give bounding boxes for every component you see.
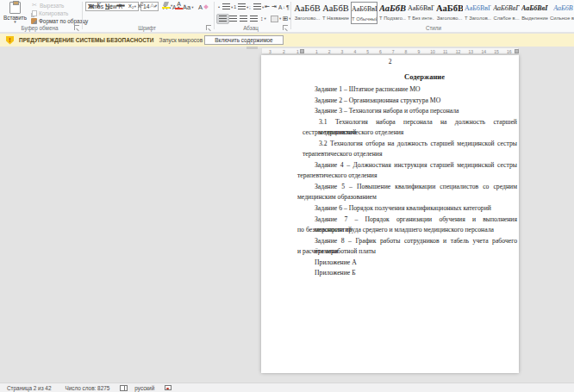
horizontal-ruler: 321 12345678910111213141516	[261, 47, 519, 54]
paragraph-dialog-launcher[interactable]	[283, 25, 288, 30]
outdent-icon: ⇤	[265, 3, 270, 10]
status-bar: Страница 2 из 42 Число слов: 8275 русски…	[0, 383, 574, 392]
multilevel-icon: ⁝	[249, 4, 253, 10]
chevron-down-icon: ▾	[171, 3, 172, 8]
macro-recording-icon[interactable]	[165, 385, 172, 390]
document-line: Задание 8 – График работы сотрудников и …	[297, 236, 517, 247]
chevron-down-icon: ▼	[2, 21, 28, 23]
document-line: сестры терапевтического отделения	[297, 128, 517, 139]
strikethrough-button[interactable]: abc	[115, 0, 127, 10]
proofing-icon[interactable]	[120, 385, 128, 391]
indent-marker-left[interactable]	[300, 49, 304, 53]
paint-bucket-icon	[271, 16, 278, 22]
subscript-button[interactable]: x₂	[127, 0, 136, 10]
paragraph-group-label: Абзац	[215, 25, 286, 31]
format-painter-button[interactable]: Формат по образцу	[31, 17, 88, 24]
numbering-icon: 1	[234, 4, 237, 9]
copy-button: Копировать	[31, 9, 68, 16]
line-spacing-icon: ↕	[260, 16, 264, 22]
font-group-label: Шрифт	[84, 25, 209, 31]
enable-content-button[interactable]: Включить содержимое	[204, 35, 284, 45]
paste-button[interactable]: Вставить ▼	[2, 1, 28, 26]
document-line: и расчёта заработной платы	[297, 246, 517, 258]
document-text: Задание 1 – Штатное расписание МО Задани…	[297, 84, 517, 279]
page-info[interactable]: Страница 2 из 42	[7, 385, 51, 391]
chevron-down-icon: ▾	[265, 16, 266, 21]
font-color-icon: А	[175, 1, 183, 9]
chevron-down-icon: ▾	[191, 5, 193, 9]
document-line: Приложение А	[297, 258, 517, 269]
align-right-icon	[240, 16, 247, 22]
document-heading: Содержание	[297, 72, 517, 81]
copy-icon	[32, 10, 37, 16]
document-line: 3.1 Технология набора персонала на должн…	[297, 117, 517, 128]
style-card[interactable]: АаБбВ Сильное в...	[550, 2, 574, 24]
style-card[interactable]: АаБбВ Т Название	[322, 2, 349, 24]
style-card[interactable]: АаБбВ Заголово...	[294, 2, 321, 24]
borders-icon: ⊞	[283, 15, 288, 22]
document-canvas: 321 12345678910111213141516 2 Содержание…	[0, 47, 574, 383]
language-indicator[interactable]: русский	[134, 385, 154, 391]
ribbon: Вставить ▼ ✂ Вырезать Копировать Формат …	[0, 0, 574, 33]
font-color-button[interactable]: А ▾	[173, 0, 187, 10]
document-line: терапевтического отделения	[297, 149, 517, 160]
indent-icon: ⇥	[271, 3, 277, 10]
pilcrow-icon: ¶	[286, 4, 290, 10]
security-warning-title: ПРЕДУПРЕЖДЕНИЕ СИСТЕМЫ БЕЗОПАСНОСТИ	[19, 37, 153, 43]
clipboard-icon	[9, 2, 21, 14]
document-page[interactable]: 2 Содержание Задание 1 – Штатное расписа…	[261, 55, 519, 373]
word-count[interactable]: Число слов: 8275	[65, 385, 109, 391]
italic-button[interactable]: К	[95, 0, 103, 10]
text-effects-button[interactable]: А▾	[148, 0, 159, 10]
font-dialog-launcher[interactable]	[206, 25, 211, 30]
chevron-down-icon: ▾	[155, 3, 157, 8]
bullet-icon: •	[218, 4, 221, 9]
document-line: 3.2 Технология отбора на должность старш…	[297, 139, 517, 150]
scrollbar-fragment[interactable]	[246, 47, 258, 49]
indent-marker-right[interactable]	[515, 49, 519, 53]
styles-group-label: Стили	[293, 25, 574, 31]
page-number: 2	[261, 58, 519, 65]
underline-button[interactable]: Ч▾	[103, 0, 114, 10]
chevron-down-icon: ▾	[184, 3, 185, 8]
document-line: Приложение Б	[297, 268, 517, 279]
document-line: терапевтического отделения	[297, 171, 517, 182]
document-line: по безопасности труда среднего и младшег…	[297, 225, 517, 236]
scissors-icon: ✂	[31, 2, 38, 9]
style-card[interactable]: АаБбВвГ Слабое в...	[493, 2, 520, 24]
security-shield-icon: !	[6, 36, 14, 45]
document-line: Задание 2 – Организационная структура МО	[297, 96, 517, 107]
align-left-icon	[219, 16, 227, 22]
line-spacing-button[interactable]: ↕▾	[259, 14, 268, 24]
brush-icon	[31, 18, 37, 24]
highlight-color-button[interactable]: ▾	[160, 0, 174, 10]
clipboard-group-label: Буфер обмена	[0, 25, 79, 31]
chevron-down-icon: ▾	[110, 3, 112, 8]
document-line: медицинским образованием	[297, 192, 517, 203]
clear-formatting-button[interactable]: А	[197, 2, 209, 12]
document-line: Задание 6 – Порядок получения квалификац…	[297, 203, 517, 215]
cut-button: ✂ Вырезать	[31, 2, 64, 9]
document-line: Задание 7 – Порядок организации обучения…	[297, 215, 517, 226]
style-card[interactable]: АаБбВвГ Т Обычный	[351, 2, 377, 24]
superscript-button[interactable]: x²	[136, 0, 145, 10]
document-line: Задание 4 – Должностная инструкция старш…	[297, 160, 517, 171]
document-line: Задание 3 – Технология набора и отбора п…	[297, 106, 517, 117]
align-center-icon	[229, 16, 237, 22]
style-card[interactable]: АаБбВ Заголово...	[436, 2, 463, 24]
style-card[interactable]: АаБбВвГ Выделение	[521, 2, 548, 24]
style-card[interactable]: АаБбВ Т Подзаго...	[379, 2, 406, 24]
style-card[interactable]: АаБбВвГ Т Заголов...	[465, 2, 491, 24]
security-warning-bar: ! ПРЕДУПРЕЖДЕНИЕ СИСТЕМЫ БЕЗОПАСНОСТИ За…	[0, 34, 574, 47]
document-line: Задание 1 – Штатное расписание МО	[297, 84, 517, 96]
document-line: Задание 5 – Повышение квалификации специ…	[297, 182, 517, 193]
eraser-icon	[203, 4, 209, 9]
clipboard-dialog-launcher[interactable]	[74, 25, 79, 30]
highlighter-icon	[162, 2, 170, 9]
justify-icon	[250, 16, 258, 22]
style-card[interactable]: АаБбВвГ Т Без инте...	[408, 2, 434, 24]
